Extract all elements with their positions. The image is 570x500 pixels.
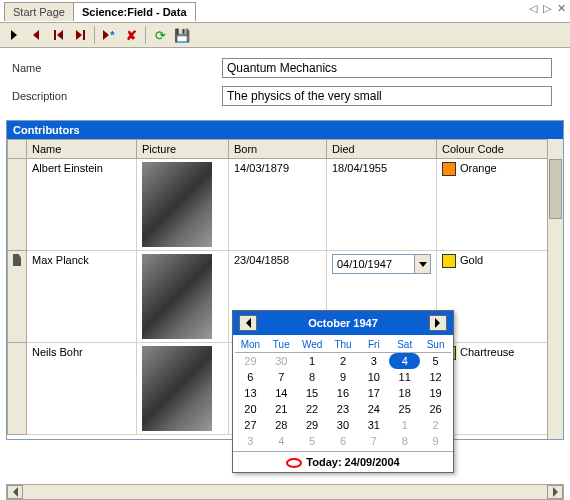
cell-picture[interactable] <box>137 343 229 435</box>
cal-day[interactable]: 8 <box>389 433 420 449</box>
cal-day[interactable]: 26 <box>420 401 451 417</box>
cal-day[interactable]: 18 <box>389 385 420 401</box>
cal-day[interactable]: 5 <box>297 433 328 449</box>
cal-prev-button[interactable] <box>239 315 257 331</box>
cal-day[interactable]: 6 <box>235 369 266 385</box>
cal-day[interactable]: 23 <box>328 401 359 417</box>
cal-day[interactable]: 2 <box>328 353 359 369</box>
cell-colour[interactable]: Chartreuse <box>437 343 555 435</box>
delete-button[interactable]: ✘ <box>121 25 141 45</box>
cal-title: October 1947 <box>308 317 378 329</box>
cal-dow: Fri <box>358 337 389 353</box>
cal-day[interactable]: 25 <box>389 401 420 417</box>
cell-picture[interactable] <box>137 159 229 251</box>
cal-day[interactable]: 29 <box>297 417 328 433</box>
cell-picture[interactable] <box>137 251 229 343</box>
cal-day[interactable]: 7 <box>266 369 297 385</box>
tab-start[interactable]: Start Page <box>4 2 74 21</box>
cal-day[interactable]: 19 <box>420 385 451 401</box>
nav-last-rec-button[interactable] <box>70 25 90 45</box>
refresh-button[interactable]: ⟳ <box>150 25 170 45</box>
cal-day[interactable]: 15 <box>297 385 328 401</box>
cal-day[interactable]: 1 <box>297 353 328 369</box>
cal-day[interactable]: 29 <box>235 353 266 369</box>
nav-first-rec-button[interactable] <box>48 25 68 45</box>
cal-day[interactable]: 31 <box>358 417 389 433</box>
today-ring-icon <box>286 458 302 468</box>
cal-day[interactable]: 12 <box>420 369 451 385</box>
save-button[interactable]: 💾 <box>172 25 192 45</box>
edit-indicator-icon <box>13 254 21 266</box>
cal-day[interactable]: 1 <box>389 417 420 433</box>
vertical-scrollbar[interactable] <box>547 139 563 439</box>
cal-dow: Sun <box>420 337 451 353</box>
cal-today[interactable]: Today: 24/09/2004 <box>233 451 453 472</box>
name-input[interactable] <box>222 58 552 78</box>
cal-day[interactable]: 3 <box>235 433 266 449</box>
cal-day[interactable]: 7 <box>358 433 389 449</box>
cal-day[interactable]: 28 <box>266 417 297 433</box>
cal-day[interactable]: 21 <box>266 401 297 417</box>
hscroll-right-icon[interactable] <box>547 485 563 499</box>
cell-died[interactable]: 18/04/1955 <box>327 159 437 251</box>
col-picture[interactable]: Picture <box>137 140 229 159</box>
cal-day[interactable]: 3 <box>358 353 389 369</box>
col-colour[interactable]: Colour Code <box>437 140 555 159</box>
cal-day[interactable]: 14 <box>266 385 297 401</box>
cal-day[interactable]: 8 <box>297 369 328 385</box>
cell-name[interactable]: Max Planck <box>27 251 137 343</box>
cal-day[interactable]: 17 <box>358 385 389 401</box>
cell-colour[interactable]: Gold <box>437 251 555 343</box>
nav-prev-button[interactable] <box>26 25 46 45</box>
tab-prev-icon[interactable]: ◁ <box>529 2 537 15</box>
row-header-col <box>8 140 27 159</box>
cal-day[interactable]: 16 <box>328 385 359 401</box>
cal-day[interactable]: 30 <box>266 353 297 369</box>
cal-day[interactable]: 13 <box>235 385 266 401</box>
cell-name[interactable]: Neils Bohr <box>27 343 137 435</box>
tab-next-icon[interactable]: ▷ <box>543 2 551 15</box>
col-born[interactable]: Born <box>229 140 327 159</box>
cal-dow: Thu <box>328 337 359 353</box>
colour-swatch <box>442 254 456 268</box>
portrait-image <box>142 254 212 339</box>
cal-day[interactable]: 4 <box>389 353 420 369</box>
cal-day[interactable]: 10 <box>358 369 389 385</box>
cal-day[interactable]: 24 <box>358 401 389 417</box>
cell-colour[interactable]: Orange <box>437 159 555 251</box>
portrait-image <box>142 162 212 247</box>
col-died[interactable]: Died <box>327 140 437 159</box>
tab-active[interactable]: Science:Field - Data <box>73 2 196 21</box>
description-label: Description <box>12 90 212 102</box>
table-row[interactable]: Albert Einstein 14/03/1879 18/04/1955 Or… <box>8 159 555 251</box>
toolbar: * ✘ ⟳ 💾 <box>0 22 570 48</box>
cal-dow: Sat <box>389 337 420 353</box>
cal-day[interactable]: 11 <box>389 369 420 385</box>
cal-day[interactable]: 9 <box>420 433 451 449</box>
cal-day[interactable]: 5 <box>420 353 451 369</box>
cal-day[interactable]: 20 <box>235 401 266 417</box>
portrait-image <box>142 346 212 431</box>
cell-born[interactable]: 14/03/1879 <box>229 159 327 251</box>
cal-day[interactable]: 9 <box>328 369 359 385</box>
col-name[interactable]: Name <box>27 140 137 159</box>
cal-next-button[interactable] <box>429 315 447 331</box>
cal-dow: Wed <box>297 337 328 353</box>
cal-day[interactable]: 30 <box>328 417 359 433</box>
hscroll-left-icon[interactable] <box>7 485 23 499</box>
died-dropdown[interactable]: 04/10/1947 <box>332 254 431 274</box>
horizontal-scrollbar[interactable] <box>6 484 564 500</box>
dropdown-button-icon[interactable] <box>414 255 430 273</box>
cal-day[interactable]: 4 <box>266 433 297 449</box>
cal-day[interactable]: 2 <box>420 417 451 433</box>
cal-day[interactable]: 6 <box>328 433 359 449</box>
nav-new-button[interactable]: * <box>99 25 119 45</box>
cal-day[interactable]: 22 <box>297 401 328 417</box>
cell-name[interactable]: Albert Einstein <box>27 159 137 251</box>
description-input[interactable] <box>222 86 552 106</box>
nav-first-button[interactable] <box>4 25 24 45</box>
tab-close-icon[interactable]: ✕ <box>557 2 566 15</box>
colour-swatch <box>442 162 456 176</box>
cal-day[interactable]: 27 <box>235 417 266 433</box>
calendar-grid: MonTueWedThuFriSatSun2930123456789101112… <box>233 335 453 451</box>
